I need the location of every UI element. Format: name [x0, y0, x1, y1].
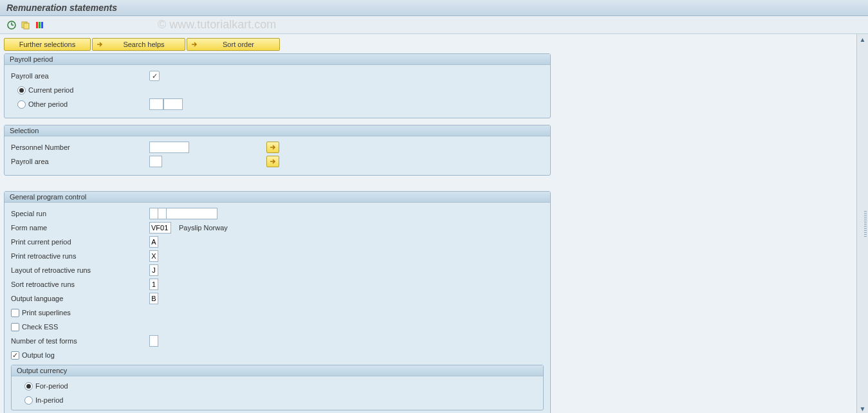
window-title: Remuneration statements	[0, 0, 868, 16]
sel-payroll-area-label: Payroll area	[11, 158, 149, 165]
sort-retro-input[interactable]	[149, 279, 158, 290]
for-period-radio[interactable]	[24, 382, 33, 390]
svg-rect-6	[39, 22, 41, 28]
payroll-period-title: Payroll period	[5, 54, 550, 65]
payroll-area-multi-select-button[interactable]	[266, 156, 279, 167]
print-superlines-checkbox[interactable]	[11, 309, 19, 317]
print-retro-label: Print retroactive runs	[11, 252, 149, 260]
num-test-label: Number of test forms	[11, 337, 149, 345]
print-current-input[interactable]	[149, 236, 158, 248]
output-currency-title: Output currency	[12, 365, 543, 376]
special-run-input-1[interactable]	[149, 208, 158, 219]
output-lang-input[interactable]	[149, 293, 158, 304]
print-retro-input[interactable]	[149, 250, 158, 262]
general-program-control-group: General program control Special run Form…	[4, 191, 551, 413]
scroll-up-icon[interactable]: ▲	[857, 34, 868, 44]
sel-payroll-area-input[interactable]	[149, 156, 162, 167]
special-run-input-2[interactable]	[158, 208, 167, 219]
check-ess-label: Check ESS	[22, 323, 58, 331]
layout-retro-input[interactable]	[149, 264, 158, 276]
app-toolbar	[0, 16, 868, 34]
scroll-down-icon[interactable]: ▼	[857, 403, 868, 413]
current-period-radio[interactable]	[17, 86, 26, 95]
selection-button-row: Further selections Search helps Sort ord…	[4, 38, 851, 51]
output-log-label: Output log	[22, 351, 55, 359]
payroll-area-label: Payroll area	[11, 72, 149, 80]
palette-icon[interactable]	[35, 20, 45, 30]
form-name-label: Form name	[11, 224, 149, 232]
personnel-number-input[interactable]	[149, 142, 189, 153]
gpc-title: General program control	[5, 192, 550, 203]
current-period-label: Current period	[28, 86, 73, 94]
resize-grip-icon[interactable]	[864, 211, 867, 237]
sort-order-button[interactable]: Sort order	[187, 38, 280, 51]
output-currency-group: Output currency For-period In-period	[11, 365, 544, 410]
special-run-label: Special run	[11, 210, 149, 217]
num-test-input[interactable]	[149, 335, 158, 347]
other-period-input-2[interactable]	[163, 98, 183, 110]
in-period-label: In-period	[35, 396, 63, 404]
output-lang-label: Output language	[11, 295, 149, 302]
svg-rect-4	[24, 23, 29, 29]
payroll-area-check-icon[interactable]	[149, 71, 160, 81]
selection-group: Selection Personnel Number Payroll area	[4, 125, 551, 176]
svg-rect-5	[36, 22, 38, 28]
form-name-desc: Payslip Norway	[179, 224, 228, 232]
variant-icon[interactable]	[21, 20, 31, 30]
print-superlines-label: Print superlines	[22, 309, 71, 317]
other-period-input-1[interactable]	[149, 98, 163, 110]
in-period-radio[interactable]	[24, 396, 33, 405]
layout-retro-label: Layout of retroactive runs	[11, 266, 149, 274]
form-name-input[interactable]	[149, 222, 171, 234]
other-period-label: Other period	[28, 100, 149, 108]
print-current-label: Print current period	[11, 238, 149, 246]
special-run-input-3[interactable]	[166, 208, 217, 219]
arrow-right-icon	[190, 40, 199, 49]
vertical-scrollbar[interactable]: ▲ ▼	[856, 34, 868, 413]
check-ess-checkbox[interactable]	[11, 323, 19, 331]
selection-title: Selection	[5, 125, 550, 136]
personnel-multi-select-button[interactable]	[266, 142, 279, 153]
sort-retro-label: Sort retroactive runs	[11, 280, 149, 288]
personnel-number-label: Personnel Number	[11, 143, 149, 151]
svg-rect-7	[41, 22, 43, 28]
other-period-radio[interactable]	[17, 100, 26, 109]
arrow-right-icon	[95, 40, 104, 49]
for-period-label: For-period	[35, 382, 68, 390]
payroll-period-group: Payroll period Payroll area Current peri…	[4, 53, 551, 118]
further-selections-button[interactable]: Further selections	[4, 38, 91, 51]
execute-icon[interactable]	[6, 20, 17, 30]
search-helps-button[interactable]: Search helps	[92, 38, 185, 51]
output-log-checkbox[interactable]	[11, 351, 19, 360]
